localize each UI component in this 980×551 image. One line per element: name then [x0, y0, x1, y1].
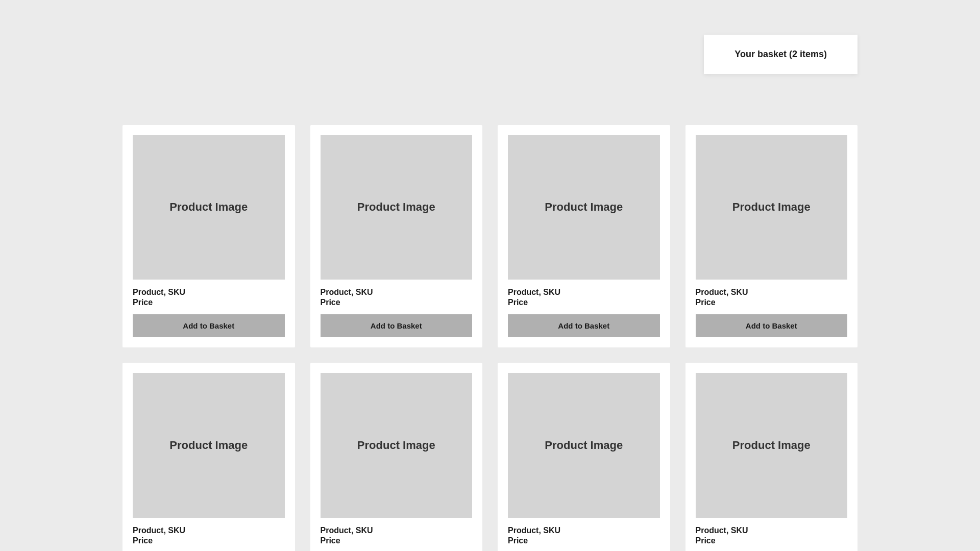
- product-name-sku: Product, SKU: [321, 526, 473, 535]
- product-price: Price: [321, 298, 473, 307]
- product-price: Price: [696, 536, 848, 545]
- product-image-placeholder: Product Image: [508, 373, 660, 517]
- add-to-basket-button[interactable]: Add to Basket: [508, 314, 660, 337]
- product-image-placeholder: Product Image: [321, 135, 473, 280]
- product-image-text: Product Image: [545, 200, 623, 215]
- product-info: Product, SKU Price: [508, 524, 660, 546]
- product-name-sku: Product, SKU: [696, 526, 848, 535]
- add-to-basket-button[interactable]: Add to Basket: [133, 314, 285, 337]
- product-card: Product Image Product, SKU Price Add to …: [310, 125, 483, 347]
- product-image-text: Product Image: [732, 200, 811, 215]
- product-card: Product Image Product, SKU Price Add to …: [498, 125, 670, 347]
- product-info: Product, SKU Price: [508, 286, 660, 308]
- product-image-text: Product Image: [169, 200, 248, 215]
- product-image-placeholder: Product Image: [696, 135, 848, 280]
- product-price: Price: [133, 536, 285, 545]
- product-info: Product, SKU Price: [321, 286, 473, 308]
- product-info: Product, SKU Price: [696, 524, 848, 546]
- page-container: Your basket (2 items) Product Image Prod…: [0, 0, 980, 551]
- product-image-placeholder: Product Image: [508, 135, 660, 280]
- product-image-text: Product Image: [545, 438, 623, 453]
- product-price: Price: [133, 298, 285, 307]
- product-image-text: Product Image: [169, 438, 248, 453]
- product-name-sku: Product, SKU: [321, 288, 473, 297]
- product-name-sku: Product, SKU: [508, 526, 660, 535]
- product-image-placeholder: Product Image: [133, 135, 285, 280]
- product-price: Price: [508, 536, 660, 545]
- product-name-sku: Product, SKU: [133, 288, 285, 297]
- product-price: Price: [508, 298, 660, 307]
- product-card: Product Image Product, SKU Price Add to …: [122, 363, 295, 551]
- product-image-placeholder: Product Image: [133, 373, 285, 517]
- product-info: Product, SKU Price: [133, 524, 285, 546]
- product-info: Product, SKU Price: [696, 286, 848, 308]
- product-name-sku: Product, SKU: [508, 288, 660, 297]
- product-image-text: Product Image: [357, 200, 435, 215]
- product-name-sku: Product, SKU: [133, 526, 285, 535]
- product-price: Price: [321, 536, 473, 545]
- product-image-placeholder: Product Image: [321, 373, 473, 517]
- product-info: Product, SKU Price: [321, 524, 473, 546]
- products-grid: Product Image Product, SKU Price Add to …: [122, 125, 857, 551]
- product-price: Price: [696, 298, 848, 307]
- product-image-text: Product Image: [357, 438, 435, 453]
- product-card: Product Image Product, SKU Price Add to …: [310, 363, 483, 551]
- product-card: Product Image Product, SKU Price Add to …: [685, 125, 858, 347]
- product-card: Product Image Product, SKU Price Add to …: [122, 125, 295, 347]
- product-card: Product Image Product, SKU Price Add to …: [498, 363, 670, 551]
- basket-summary: Your basket (2 items): [734, 49, 827, 59]
- product-info: Product, SKU Price: [133, 286, 285, 308]
- basket-bar: Your basket (2 items): [704, 35, 857, 74]
- product-image-text: Product Image: [732, 438, 811, 453]
- product-card: Product Image Product, SKU Price Add to …: [685, 363, 858, 551]
- product-name-sku: Product, SKU: [696, 288, 848, 297]
- product-image-placeholder: Product Image: [696, 373, 848, 517]
- add-to-basket-button[interactable]: Add to Basket: [696, 314, 848, 337]
- add-to-basket-button[interactable]: Add to Basket: [321, 314, 473, 337]
